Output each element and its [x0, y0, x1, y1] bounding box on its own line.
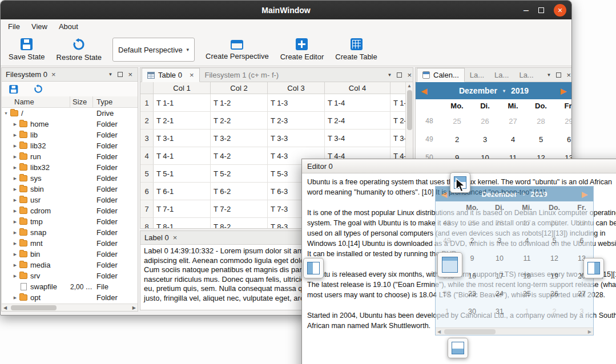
calendar-date[interactable]: 5 — [527, 135, 555, 144]
float-button[interactable] — [397, 71, 402, 79]
tabs-menu-button[interactable]: ▼ — [108, 72, 112, 77]
drop-indicator-left[interactable] — [303, 258, 324, 278]
table-cell[interactable]: T 2-1 — [154, 112, 211, 129]
calendar-date[interactable]: 4 — [499, 135, 527, 144]
tab-calendar[interactable]: Calen... — [417, 68, 465, 82]
table-cell[interactable]: T 7-2 — [211, 200, 268, 217]
scrollbar-thumb[interactable] — [407, 90, 412, 130]
table-cell[interactable]: T 3-2 — [211, 130, 268, 147]
next-month-button[interactable]: ▶ — [561, 87, 566, 95]
expander-icon[interactable]: ▶ — [12, 165, 18, 170]
expander-icon[interactable]: ▶ — [12, 241, 18, 246]
expander-icon[interactable]: ▶ — [12, 187, 18, 192]
tab-table-0[interactable]: Table 0 × — [142, 68, 200, 82]
expander-icon[interactable]: ▶ — [12, 274, 18, 278]
row-header[interactable]: 5 — [140, 165, 154, 182]
save-state-button[interactable]: Save State — [3, 36, 51, 63]
column-header[interactable]: Col 1 — [154, 82, 211, 94]
expander-icon[interactable]: ▶ — [12, 144, 18, 148]
tree-row[interactable]: ▶runFolder — [2, 151, 138, 162]
calendar-date[interactable]: 27 — [499, 117, 527, 126]
tabs-menu-button[interactable]: ▼ — [546, 72, 551, 78]
drop-indicator-right[interactable] — [583, 258, 604, 278]
column-header[interactable]: Col 4 — [325, 82, 390, 94]
calendar-date[interactable]: 6 — [555, 135, 572, 144]
tree-row[interactable]: ▶homeFolder — [2, 119, 138, 130]
tree-row[interactable]: ▶lib32Folder — [2, 140, 138, 151]
table-cell[interactable]: T 1-4 — [325, 94, 390, 111]
scroll-up-icon[interactable]: ▲ — [407, 83, 412, 88]
column-header[interactable]: Col 3 — [268, 82, 325, 94]
column-header[interactable]: Col 2 — [211, 82, 268, 94]
expander-icon[interactable]: ▶ — [12, 220, 18, 224]
tab-close-icon[interactable]: × — [173, 234, 178, 241]
table-cell[interactable]: T 3-1 — [154, 130, 211, 147]
month-button[interactable]: Dezember — [459, 86, 497, 95]
table-cell[interactable]: T 8-2 — [211, 218, 268, 228]
tabs-menu-button[interactable]: ▼ — [387, 72, 392, 78]
row-header[interactable]: 4 — [140, 147, 154, 164]
drop-indicator-bottom[interactable] — [448, 338, 468, 358]
tree-row[interactable]: ▶usrFolder — [2, 195, 138, 205]
calendar-date[interactable]: 25 — [443, 117, 471, 126]
create-table-button[interactable]: Create Table — [329, 36, 383, 63]
row-header[interactable]: 8 — [140, 218, 154, 228]
table-cell[interactable]: T 4-1 — [154, 147, 211, 164]
expander-icon[interactable]: ▶ — [12, 198, 18, 203]
table-cell[interactable]: T 6-1 — [154, 183, 211, 200]
table-cell[interactable]: T 1-2 — [211, 94, 268, 111]
column-header-type[interactable]: Type — [93, 96, 138, 107]
table-cell[interactable]: T 2-2 — [211, 112, 268, 129]
table-cell[interactable]: T 1-3 — [268, 94, 325, 111]
create-perspective-button[interactable]: Create Perspective — [200, 37, 275, 63]
tab-close-icon[interactable]: × — [190, 71, 194, 79]
tree-row[interactable]: ▶srvFolder — [2, 270, 138, 281]
restore-state-button[interactable]: Restore State — [51, 36, 108, 64]
table-cell[interactable]: T 5-2 — [211, 165, 268, 182]
table-cell[interactable]: T 2-3 — [268, 112, 325, 129]
tree-row[interactable]: ▼/Drive — [2, 108, 138, 119]
table-cell[interactable]: T 2-4 — [325, 112, 390, 129]
create-editor-button[interactable]: Create Editor — [275, 36, 330, 63]
float-button[interactable] — [556, 71, 561, 79]
expander-icon[interactable]: ▶ — [12, 252, 18, 257]
row-header[interactable]: 6 — [140, 183, 154, 200]
tree-row[interactable]: ▶tmpFolder — [2, 216, 138, 227]
tree-row[interactable]: ▶libx32Folder — [2, 162, 138, 173]
expander-icon[interactable]: ▶ — [12, 133, 18, 137]
tree-row[interactable]: ▶optFolder — [2, 292, 138, 303]
editor-titlebar[interactable]: Editor 0 × — [302, 159, 616, 173]
table-cell[interactable]: T 8-1 — [154, 218, 211, 228]
drop-indicator-center[interactable] — [437, 252, 462, 277]
table-cell[interactable]: T 1-1 — [154, 94, 211, 111]
expander-icon[interactable]: ▼ — [3, 111, 9, 115]
calendar-date[interactable]: 26 — [471, 117, 499, 126]
fs-restore-button[interactable] — [30, 83, 47, 95]
horizontal-scrollbar[interactable]: ◀ ▶ — [2, 304, 138, 311]
scroll-right-icon[interactable]: ▶ — [132, 305, 136, 310]
expander-icon[interactable]: ▶ — [12, 209, 18, 213]
expander-icon[interactable]: ▶ — [12, 176, 18, 181]
tab-label-3[interactable]: La... — [514, 68, 538, 82]
table-cell[interactable]: T 6-2 — [211, 183, 268, 200]
dock-close-button[interactable]: × — [407, 71, 412, 79]
minimize-button[interactable]: – — [524, 7, 529, 13]
tree-row[interactable]: ▶sysFolder — [2, 173, 138, 184]
fs-save-button[interactable] — [5, 83, 22, 95]
row-header[interactable]: 2 — [140, 112, 154, 129]
calendar-date[interactable]: 2 — [443, 135, 471, 144]
expander-icon[interactable]: ▶ — [12, 122, 18, 127]
dock-close-button[interactable]: × — [128, 70, 132, 79]
tree-row[interactable]: swapfile2,00 …File — [2, 281, 138, 292]
expander-icon[interactable]: ▶ — [12, 230, 18, 235]
dock-close-button[interactable]: × — [566, 71, 571, 79]
table-cell[interactable]: T 3-3 — [268, 130, 325, 147]
column-header-size[interactable]: Size — [70, 96, 93, 107]
expander-icon[interactable]: ▶ — [12, 263, 18, 268]
column-header-name[interactable]: Name — [2, 96, 70, 107]
tab-filesystem-1[interactable]: Filesystem 1 (c+ m- f-) — [200, 68, 284, 82]
tab-label-1[interactable]: La... — [465, 68, 489, 82]
calendar-date[interactable]: 3 — [471, 135, 499, 144]
table-cell[interactable]: T 7-1 — [154, 200, 211, 217]
menu-file[interactable]: File — [2, 19, 26, 34]
